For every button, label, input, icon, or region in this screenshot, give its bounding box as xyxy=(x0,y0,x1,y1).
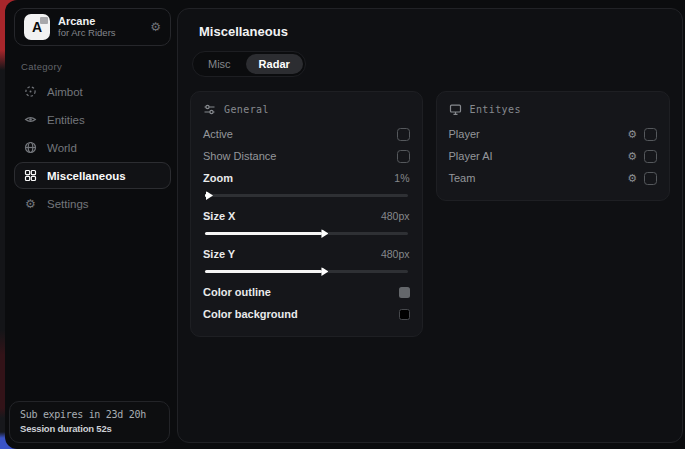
general-card: General Active Show Distance Zoom 1% xyxy=(190,91,423,337)
app-tagline: for Arc Riders xyxy=(58,28,142,39)
player-row: Player ⚙ xyxy=(449,123,658,145)
app-name: Arcane xyxy=(58,15,142,28)
session-duration-text: Session duration 52s xyxy=(20,423,159,434)
zoom-label: Zoom xyxy=(203,172,233,184)
logo-notch xyxy=(40,17,48,24)
size-y-label: Size Y xyxy=(203,248,235,260)
zoom-slider-fill xyxy=(205,194,207,197)
color-outline-swatch[interactable] xyxy=(399,287,410,298)
sidebar-item-world[interactable]: World xyxy=(14,134,171,161)
player-gear-icon[interactable]: ⚙ xyxy=(627,129,637,140)
show-distance-checkbox[interactable] xyxy=(397,150,410,163)
team-checkbox[interactable] xyxy=(644,172,657,185)
sidebar-item-label: Entities xyxy=(47,114,85,126)
team-gear-icon[interactable]: ⚙ xyxy=(627,173,637,184)
sidebar-item-settings[interactable]: ⚙ Settings xyxy=(14,190,171,217)
globe-icon xyxy=(24,141,37,154)
player-ai-label: Player AI xyxy=(449,150,493,162)
subscription-info-card: Sub expires in 23d 20h Session duration … xyxy=(9,401,170,443)
zoom-value: 1% xyxy=(394,172,409,184)
category-label: Category xyxy=(21,61,171,72)
tab-radar[interactable]: Radar xyxy=(246,54,303,74)
page-title: Miscellaneous xyxy=(199,24,670,39)
main-panel: Miscellaneous Misc Radar Gene xyxy=(177,8,683,443)
size-x-row: Size X 480px xyxy=(203,205,410,227)
gear-icon: ⚙ xyxy=(24,197,37,210)
show-distance-row: Show Distance xyxy=(203,145,410,167)
size-x-slider-thumb[interactable] xyxy=(321,229,328,238)
zoom-slider-track[interactable] xyxy=(205,194,408,197)
team-label: Team xyxy=(449,172,476,184)
size-x-value: 480px xyxy=(381,210,410,222)
player-label: Player xyxy=(449,128,480,140)
cards-row: General Active Show Distance Zoom 1% xyxy=(190,91,670,337)
sidebar-nav: Aimbot Entities Wo xyxy=(14,78,171,217)
settings-gear-icon[interactable]: ⚙ xyxy=(150,20,161,34)
active-checkbox[interactable] xyxy=(397,128,410,141)
sidebar: A Arcane for Arc Riders ⚙ Category Aimbo… xyxy=(5,0,177,449)
active-row: Active xyxy=(203,123,410,145)
color-outline-row: Color outline xyxy=(203,281,410,303)
crosshair-icon xyxy=(24,85,37,98)
active-label: Active xyxy=(203,128,233,140)
player-ai-row: Player AI ⚙ xyxy=(449,145,658,167)
tab-bar: Misc Radar xyxy=(192,51,306,77)
sidebar-item-label: World xyxy=(47,142,77,154)
size-x-label: Size X xyxy=(203,210,235,222)
entities-card-title: Entityes xyxy=(470,104,521,115)
app-logo: A xyxy=(24,14,50,40)
sidebar-item-miscellaneous[interactable]: Miscellaneous xyxy=(14,162,171,189)
sub-expires-text: Sub expires in 23d 20h xyxy=(20,409,159,420)
sidebar-item-label: Miscellaneous xyxy=(47,170,126,182)
player-checkbox[interactable] xyxy=(644,128,657,141)
color-outline-label: Color outline xyxy=(203,286,271,298)
entities-card-header: Entityes xyxy=(449,103,658,116)
app-window: A Arcane for Arc Riders ⚙ Category Aimbo… xyxy=(5,0,685,449)
monitor-icon xyxy=(449,103,462,116)
size-y-slider-thumb[interactable] xyxy=(321,267,328,276)
player-ai-checkbox[interactable] xyxy=(644,150,657,163)
color-background-swatch[interactable] xyxy=(399,309,410,320)
show-distance-label: Show Distance xyxy=(203,150,276,162)
size-y-slider[interactable] xyxy=(205,266,408,276)
size-x-slider[interactable] xyxy=(205,228,408,238)
zoom-slider-thumb[interactable] xyxy=(206,191,213,200)
sliders-icon xyxy=(203,103,216,116)
general-card-title: General xyxy=(224,104,269,115)
player-ai-controls: ⚙ xyxy=(627,150,657,163)
grid-icon xyxy=(24,169,37,182)
color-background-row: Color background xyxy=(203,303,410,325)
desktop-background: A Arcane for Arc Riders ⚙ Category Aimbo… xyxy=(0,0,685,449)
sidebar-item-label: Settings xyxy=(47,198,89,210)
size-y-value: 480px xyxy=(381,248,410,260)
size-y-row: Size Y 480px xyxy=(203,243,410,265)
team-controls: ⚙ xyxy=(627,172,657,185)
sidebar-item-label: Aimbot xyxy=(47,86,83,98)
app-header-card: A Arcane for Arc Riders ⚙ xyxy=(14,8,171,46)
color-background-label: Color background xyxy=(203,308,298,320)
general-card-header: General xyxy=(203,103,410,116)
zoom-slider[interactable] xyxy=(205,190,408,200)
sidebar-item-entities[interactable]: Entities xyxy=(14,106,171,133)
size-y-slider-fill xyxy=(205,270,322,273)
entities-card: Entityes Player ⚙ Player AI ⚙ xyxy=(436,91,671,201)
sidebar-item-aimbot[interactable]: Aimbot xyxy=(14,78,171,105)
scan-eye-icon xyxy=(24,113,37,126)
player-controls: ⚙ xyxy=(627,128,657,141)
player-ai-gear-icon[interactable]: ⚙ xyxy=(627,151,637,162)
app-meta: Arcane for Arc Riders xyxy=(58,15,142,39)
tab-misc[interactable]: Misc xyxy=(195,54,244,74)
team-row: Team ⚙ xyxy=(449,167,658,189)
size-x-slider-fill xyxy=(205,232,322,235)
zoom-row: Zoom 1% xyxy=(203,167,410,189)
